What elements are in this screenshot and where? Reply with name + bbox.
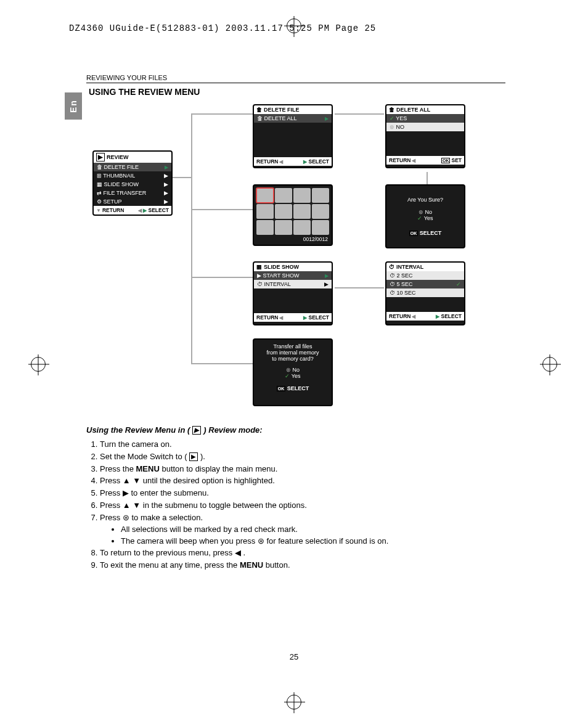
page-number: 25: [290, 652, 298, 661]
thumbnail-cell: [275, 188, 292, 203]
language-tab: En: [65, 92, 82, 120]
delete-all-menu-box: 🗑DELETE ALL ✓ YES ⊗ NO RETURN ◀OK SET: [385, 104, 465, 168]
transfer-line1: Transfer all files: [258, 343, 328, 350]
ok-icon: OK: [441, 158, 451, 163]
trash-icon: 🗑: [256, 107, 262, 113]
delete-all-footer: RETURN ◀OK SET: [386, 156, 464, 165]
interval-item: ⏱ INTERVAL▶: [254, 280, 332, 288]
document-header: DZ4360 UGuide-E(512883-01) 2003.11.17 5:…: [69, 23, 376, 33]
transfer-yes: ✓ Yes: [258, 373, 328, 379]
transfer-line3: to memory card?: [258, 356, 328, 362]
step-9: To exit the menu at any time, press the …: [100, 560, 505, 571]
confirm-yes: ✓ Yes: [390, 215, 460, 221]
arrow-left-icon: ◀: [235, 548, 241, 557]
delete-all-yes: ✓ YES: [386, 114, 464, 123]
transfer-line2: from internal memory: [258, 350, 328, 356]
transfer-dialog: Transfer all files from internal memory …: [253, 338, 333, 406]
thumbnail-counter: 0012/0012: [256, 236, 329, 242]
confirm-question: Are You Sure?: [390, 197, 460, 203]
slideshow-footer: RETURN ◀▶ SELECT: [254, 313, 332, 322]
thumbnail-cell: [293, 204, 311, 219]
ok-button-icon: ⊛: [123, 513, 129, 522]
delete-file-footer: RETURN ◀▶ SELECT: [254, 157, 332, 166]
thumbnail-cell: [312, 188, 329, 203]
interval-menu-box: ⏱INTERVAL ⏱ 2 SEC ⏱ 5 SEC✓ ⏱ 10 SEC RETU…: [385, 261, 465, 325]
arrow-right-icon: ▶: [123, 488, 129, 497]
thumbnail-cell: [256, 220, 274, 235]
thumbnail-cell: [256, 204, 274, 219]
delete-all-title: 🗑DELETE ALL: [386, 105, 464, 114]
confirm-footer: OK SELECT: [390, 230, 460, 236]
transfer-no: ⊗ No: [258, 367, 328, 373]
thumbnail-cell: [312, 204, 329, 219]
step-7-bullet-2: The camera will beep when you press ⊛ fo…: [121, 536, 505, 547]
menu-item-delete-file: 🗑 DELETE FILE▶: [94, 163, 171, 171]
start-show-item: ▶ START SHOW▶: [254, 271, 332, 280]
step-4: Press ▲ ▼ until the desired option is hi…: [100, 475, 505, 487]
breadcrumb: REVIEWING YOUR FILES: [86, 74, 505, 83]
trash-icon: 🗑: [389, 107, 394, 113]
review-mode-icon: ▶: [189, 452, 198, 461]
transfer-footer: OK SELECT: [258, 385, 328, 391]
step-8: To return to the previous menu, press ◀ …: [100, 547, 505, 559]
thumbnail-cell: [275, 220, 292, 235]
registration-mark-left: [31, 357, 46, 372]
menu-diagram: ▶REVIEW 🗑 DELETE FILE▶ ⊞ THUMBNAIL▶ ▦ SL…: [86, 104, 505, 412]
registration-mark-top: [287, 18, 301, 33]
menu-item-file-transfer: ⇄ FILE TRANSFER▶: [94, 189, 171, 197]
thumbnail-cell: [275, 204, 292, 219]
interval-title: ⏱INTERVAL: [386, 263, 464, 271]
step-3: Press the MENU button to display the mai…: [100, 464, 505, 475]
confirm-dialog: Are You Sure? ⊗ No ✓ Yes OK SELECT: [385, 184, 465, 248]
registration-mark-right: [542, 357, 557, 372]
review-icon: ▶: [96, 153, 105, 162]
confirm-no: ⊗ No: [390, 209, 460, 215]
ok-icon: OK: [409, 231, 419, 236]
timer-icon: ⏱: [389, 264, 394, 270]
step-7: Press ⊛ to make a selection. All selecti…: [100, 512, 505, 547]
thumbnail-cell: [256, 188, 274, 203]
step-1: Turn the camera on.: [100, 439, 505, 451]
slideshow-title: ▦SLIDE SHOW: [254, 263, 332, 271]
thumbnail-cell: [312, 220, 329, 235]
slideshow-icon: ▦: [256, 264, 262, 270]
delete-file-menu-box: 🗑DELETE FILE 🗑 DELETE ALL▶ RETURN ◀▶ SEL…: [253, 104, 333, 168]
instructions-section: Using the Review Menu in ( ▶ ) Review mo…: [86, 425, 505, 571]
delete-all-no: ⊗ NO: [386, 123, 464, 131]
registration-mark-bottom: [287, 695, 301, 710]
arrow-up-down-icon: ▲ ▼: [123, 476, 141, 485]
review-menu-footer: ▼RETURN◀ ▶ SELECT: [94, 206, 171, 215]
thumbnail-cell: [293, 188, 311, 203]
menu-item-thumbnail: ⊞ THUMBNAIL▶: [94, 171, 171, 180]
step-6: Press ▲ ▼ in the submenu to toggle betwe…: [100, 500, 505, 512]
ok-icon: OK: [277, 386, 286, 391]
step-5: Press ▶ to enter the submenu.: [100, 488, 505, 499]
instructions-lead: Using the Review Menu in ( ▶ ) Review mo…: [86, 425, 505, 436]
slideshow-menu-box: ▦SLIDE SHOW ▶ START SHOW▶ ⏱ INTERVAL▶ RE…: [253, 261, 333, 325]
step-2: Set the Mode Switch to ( ▶ ).: [100, 451, 505, 463]
step-7-bullet-1: All selections will be marked by a red c…: [121, 524, 505, 536]
interval-footer: RETURN ◀▶ SELECT: [386, 312, 464, 321]
menu-item-slide-show: ▦ SLIDE SHOW▶: [94, 180, 171, 189]
thumbnail-screen: 0012/0012: [253, 184, 333, 246]
interval-2sec: ⏱ 2 SEC: [386, 271, 464, 280]
arrow-up-down-icon: ▲ ▼: [123, 501, 141, 510]
delete-all-item: 🗑 DELETE ALL▶: [254, 114, 332, 123]
interval-10sec: ⏱ 10 SEC: [386, 288, 464, 297]
interval-5sec: ⏱ 5 SEC✓: [386, 280, 464, 288]
menu-item-setup: ⚙ SETUP▶: [94, 197, 171, 206]
review-menu-box: ▶REVIEW 🗑 DELETE FILE▶ ⊞ THUMBNAIL▶ ▦ SL…: [92, 150, 173, 216]
delete-file-title: 🗑DELETE FILE: [254, 105, 332, 114]
page-title: USING THE REVIEW MENU: [86, 87, 505, 97]
thumbnail-cell: [293, 220, 311, 235]
review-mode-icon: ▶: [192, 426, 201, 435]
review-menu-title: ▶REVIEW: [94, 152, 171, 163]
